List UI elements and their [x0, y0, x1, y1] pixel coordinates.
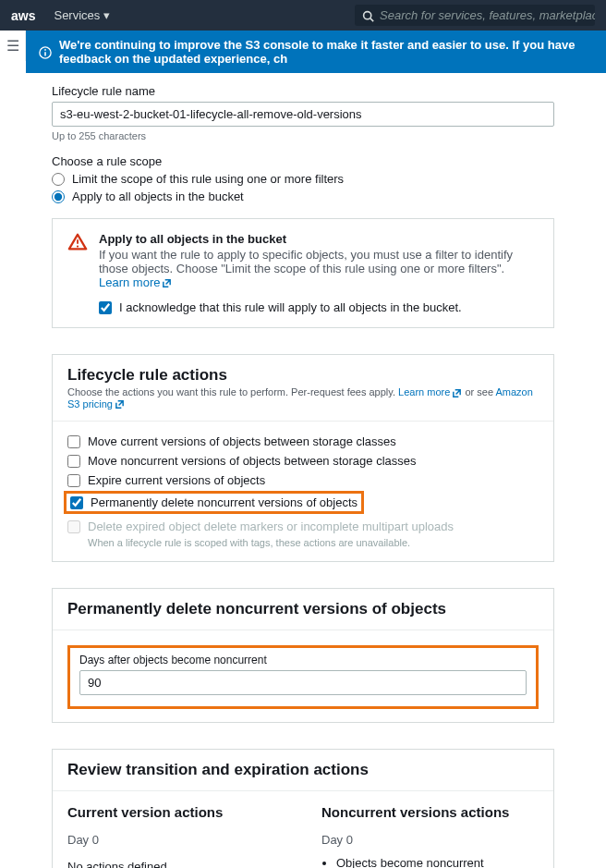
external-link-icon	[452, 386, 462, 398]
banner-text: We're continuing to improve the S3 conso…	[59, 38, 593, 66]
review-panel: Review transition and expiration actions…	[52, 749, 554, 868]
action-checkbox-row[interactable]: Expire current versions of objects	[67, 473, 539, 487]
aws-logo[interactable]: aws	[11, 8, 35, 23]
svg-point-0	[364, 12, 371, 19]
ack-row[interactable]: I acknowledge that this rule will apply …	[99, 300, 539, 314]
actions-title: Lifecycle rule actions	[67, 366, 539, 385]
current-day0: Day 0	[67, 833, 285, 847]
warning-icon	[67, 232, 88, 252]
noncurrent-day0: Day 0	[321, 833, 539, 847]
sidebar-toggle[interactable]: ☰	[0, 31, 26, 61]
rule-name-input[interactable]	[52, 102, 554, 127]
warning-body: If you want the rule to apply to specifi…	[99, 248, 539, 289]
scope-label: Choose a rule scope	[52, 154, 554, 168]
action-label-3: Permanently delete noncurrent versions o…	[91, 495, 358, 509]
action-checkbox-row[interactable]: Move noncurrent versions of objects betw…	[67, 454, 539, 468]
ack-label: I acknowledge that this rule will apply …	[119, 300, 462, 314]
learn-more-link[interactable]: Learn more	[99, 275, 172, 289]
action-check-2[interactable]	[67, 474, 80, 487]
highlighted-action: Permanently delete noncurrent versions o…	[64, 491, 364, 514]
scope-radio-limit[interactable]: Limit the scope of this rule using one o…	[52, 172, 554, 186]
chevron-down-icon: ▾	[103, 8, 110, 22]
info-icon	[39, 44, 52, 59]
actions-learn-more-link[interactable]: Learn more	[398, 386, 462, 397]
scope-radio-all-input[interactable]	[52, 190, 65, 203]
rule-name-label: Lifecycle rule name	[52, 84, 554, 98]
action-label-4: Delete expired object delete markers or …	[88, 520, 454, 533]
action-label-2: Expire current versions of objects	[88, 473, 265, 487]
noncurrent-version-col: Noncurrent versions actions Day 0 Object…	[321, 804, 539, 868]
external-link-icon	[115, 398, 125, 410]
current-version-col: Current version actions Day 0 No actions…	[67, 804, 285, 868]
warning-body-text: If you want the rule to apply to specifi…	[99, 248, 513, 275]
noncurrent-event0: Objects become noncurrent	[336, 856, 539, 868]
current-title: Current version actions	[67, 804, 285, 820]
perm-delete-panel: Permanently delete noncurrent versions o…	[52, 588, 554, 723]
perm-delete-title: Permanently delete noncurrent versions o…	[67, 600, 539, 618]
main-form: Lifecycle rule name Up to 255 characters…	[0, 84, 606, 868]
svg-line-1	[370, 18, 373, 21]
action-checkbox-row-disabled: Delete expired object delete markers or …	[67, 520, 539, 533]
action-check-4	[67, 520, 80, 533]
rule-name-hint: Up to 255 characters	[52, 130, 554, 141]
action-checkbox-row[interactable]: Move current versions of objects between…	[67, 434, 539, 448]
action-check-0[interactable]	[67, 435, 80, 448]
warning-box: Apply to all objects in the bucket If yo…	[52, 218, 554, 328]
action-check-3[interactable]	[70, 496, 83, 509]
topbar: aws Services ▾ Search for services, feat…	[0, 0, 606, 31]
days-input[interactable]	[79, 670, 527, 695]
subbar: ☰ We're continuing to improve the S3 con…	[0, 31, 606, 73]
days-label: Days after objects become noncurrent	[79, 654, 527, 666]
action-label-0: Move current versions of objects between…	[88, 434, 396, 448]
action-label-1: Move noncurrent versions of objects betw…	[88, 454, 417, 468]
scope-radio-limit-input[interactable]	[52, 173, 65, 186]
info-banner: We're continuing to improve the S3 conso…	[26, 31, 606, 73]
svg-point-4	[44, 49, 46, 51]
action-check-1[interactable]	[67, 455, 80, 468]
actions-sub: Choose the actions you want this rule to…	[67, 386, 539, 410]
services-menu[interactable]: Services ▾	[54, 8, 110, 22]
disabled-hint: When a lifecycle rule is scoped with tag…	[88, 537, 539, 548]
scope-radio-all[interactable]: Apply to all objects in the bucket	[52, 189, 554, 203]
highlighted-input-box: Days after objects become noncurrent	[67, 645, 539, 709]
scope-radio-all-label: Apply to all objects in the bucket	[72, 189, 244, 203]
ack-checkbox[interactable]	[99, 301, 112, 314]
external-link-icon	[162, 275, 172, 289]
search-placeholder: Search for services, features, marketpla…	[380, 8, 595, 22]
noncurrent-title: Noncurrent versions actions	[321, 804, 539, 820]
search-icon	[362, 8, 374, 22]
services-label: Services	[54, 8, 100, 22]
svg-point-6	[77, 245, 79, 247]
review-title: Review transition and expiration actions	[67, 761, 539, 779]
warning-title: Apply to all objects in the bucket	[99, 232, 539, 246]
global-search[interactable]: Search for services, features, marketpla…	[355, 5, 595, 26]
action-checkbox-row[interactable]: Permanently delete noncurrent versions o…	[70, 495, 358, 509]
scope-radio-limit-label: Limit the scope of this rule using one o…	[72, 172, 344, 186]
lifecycle-actions-panel: Lifecycle rule actions Choose the action…	[52, 354, 554, 562]
current-none: No actions defined.	[67, 860, 285, 868]
